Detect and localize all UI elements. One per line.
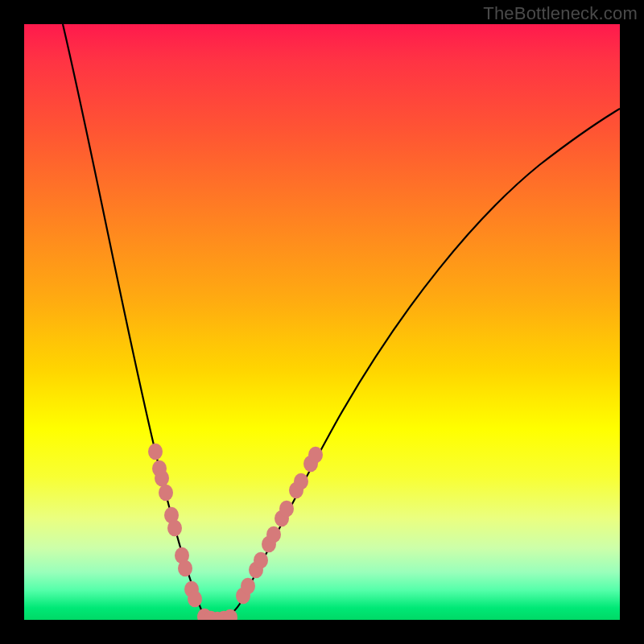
data-point [294,473,308,490]
data-point [254,552,268,569]
data-point [159,485,173,502]
data-point [148,444,163,460]
data-point [266,526,281,543]
chart-plot-area [24,24,620,620]
curve-left-branch [63,24,213,620]
data-point [167,520,182,537]
data-point [279,501,294,518]
data-point [178,560,192,577]
chart-svg [24,24,620,620]
watermark-text: TheBottleneck.com [483,3,638,24]
data-point [241,578,255,595]
data-point [155,470,169,487]
data-point [188,591,202,608]
data-point [308,447,323,464]
data-point-dots [148,444,323,620]
